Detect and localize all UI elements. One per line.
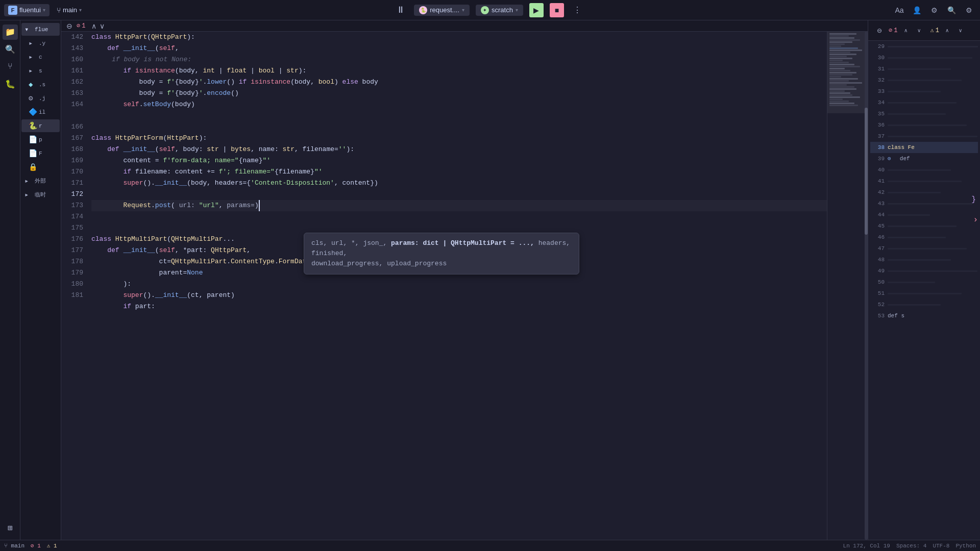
sidebar-item-project[interactable]: ▾ flue	[21, 23, 60, 36]
code-line-163: self.setBody(body)	[91, 99, 827, 110]
sidebar-item-c[interactable]: ▸ c	[21, 51, 60, 63]
right-line-31: 31	[870, 63, 978, 74]
collapse-all-button[interactable]: ⊖	[65, 22, 74, 30]
code-line-161: body = f'{body}'.lower() if isinstance(b…	[91, 77, 827, 88]
activity-bar: 📁 🔍 ⑂ 🐛 ⊞	[0, 20, 20, 540]
status-warnings: ⚠ 1	[47, 542, 57, 549]
gear-button[interactable]: ⚙	[962, 3, 976, 17]
sidebar-item-s[interactable]: ▸ s	[21, 64, 60, 77]
sidebar-label-y: .y	[39, 40, 45, 46]
right-line-30: 30	[870, 52, 978, 63]
branch-name: main	[63, 6, 77, 14]
right-error-bar: ⊘ 1 ∧ ∨ ⚠ 1 ∧ ∨	[889, 26, 966, 36]
stop-button[interactable]: ■	[550, 3, 564, 17]
line-num-179: 179	[61, 267, 83, 279]
folder-y-icon: ▸	[29, 39, 37, 47]
right-warning-next-button[interactable]: ∨	[955, 26, 966, 36]
lock-icon: 🔒	[29, 163, 37, 171]
more-button[interactable]: ⋮	[570, 3, 584, 17]
error-badge: ⊘ 1	[77, 22, 85, 30]
status-indent: Spaces: 4	[896, 543, 926, 549]
run-config-button[interactable]: 🐍 request.... ▾	[414, 5, 470, 16]
right-line-42: 42	[870, 187, 978, 198]
tooltip-line1: cls, url, *, json_, params: dict | QHttp…	[311, 238, 572, 259]
code-content[interactable]: class HttpPart(QHttpPart): def __init__(…	[89, 32, 827, 540]
scratch-button[interactable]: ✦ scratch ▾	[476, 5, 523, 16]
run-button[interactable]: ▶	[529, 3, 544, 17]
line-num-174: 174	[61, 211, 83, 222]
line-num-176: 176	[61, 234, 83, 245]
right-warning-count: 1	[936, 27, 939, 34]
minimap-scrollbar[interactable]	[865, 32, 868, 540]
line-num-142: 142	[61, 32, 83, 43]
run-config-chevron-icon: ▾	[462, 7, 464, 13]
profile-button[interactable]: 👤	[910, 3, 924, 17]
activity-git-icon[interactable]: ⑂	[3, 59, 18, 74]
file-f-icon: 📄	[29, 149, 37, 158]
right-error-prev-button[interactable]: ∧	[900, 26, 911, 36]
activity-search-icon[interactable]: 🔍	[3, 42, 18, 57]
blue-diamond-icon: 🔷	[29, 108, 37, 116]
sidebar-item-sj[interactable]: ◆ .s	[21, 78, 60, 91]
editor-area: ⊖ ⊘ 1 ∧ ∨ 142 143 160 161 162 163	[61, 20, 868, 540]
line-num-173: 173	[61, 200, 83, 211]
sidebar-label-j: .j	[39, 95, 45, 102]
minimap-scrollbar-thumb	[865, 108, 868, 235]
python-icon: 🐍	[29, 121, 37, 130]
code-line-169: if filename: content += f'; filename="{f…	[91, 166, 827, 178]
sidebar-label-r: r	[39, 123, 42, 129]
line-num-181: 181	[61, 290, 83, 301]
right-line-50: 50	[870, 277, 978, 288]
right-line-43: 43	[870, 198, 978, 209]
activity-debug-icon[interactable]: 🐛	[3, 77, 18, 92]
right-line-38: 38 class Fe	[870, 142, 978, 153]
sidebar-item-r[interactable]: 🐍 r	[21, 119, 60, 132]
sidebar-item-f[interactable]: 📄 F	[21, 147, 60, 160]
sidebar-item-temp[interactable]: ▸ 临时	[21, 188, 60, 201]
right-warning-prev-button[interactable]: ∧	[942, 26, 952, 36]
right-error-badge: ⊘ 1	[889, 27, 897, 34]
line-num-168: 168	[61, 144, 83, 155]
sidebar-item-p[interactable]: 📄 p	[21, 133, 60, 146]
activity-extensions-icon[interactable]: ⊞	[3, 520, 18, 536]
code-line-body-none: if body is not None:	[91, 54, 827, 65]
branch-icon: ⑂	[57, 6, 61, 14]
right-panel-collapse-icon[interactable]: ⊖	[872, 23, 887, 38]
code-line-174	[91, 222, 827, 234]
sidebar-label-sj: .s	[39, 82, 45, 88]
project-button[interactable]: F fluentui ▾	[4, 4, 50, 16]
sidebar-item-lock[interactable]: 🔒	[21, 161, 60, 173]
status-lang: Python	[955, 543, 976, 549]
right-bracket: }	[972, 194, 976, 205]
sidebar-item-external[interactable]: ▸ 外部	[21, 174, 60, 187]
line-num-172: 172	[61, 189, 83, 200]
activity-explorer-icon[interactable]: 📁	[3, 24, 18, 40]
top-bar: F fluentui ▾ ⑂ main ▾ ⏸ 🐍 request.... ▾ …	[0, 0, 980, 20]
error-prev-button[interactable]: ∧	[90, 22, 97, 30]
pause-button[interactable]: ⏸	[394, 3, 408, 17]
right-line-48: 48	[870, 254, 978, 265]
error-next-button[interactable]: ∨	[99, 22, 106, 30]
line-num-169: 169	[61, 155, 83, 166]
settings-button[interactable]: ⚙	[927, 3, 941, 17]
right-error-next-button[interactable]: ∨	[914, 26, 924, 36]
sidebar-item-j[interactable]: ⚙ .j	[21, 92, 60, 105]
translate-button[interactable]: Aa	[892, 3, 906, 17]
line-num-175: 175	[61, 222, 83, 234]
search-button[interactable]: 🔍	[944, 3, 959, 17]
code-line-166: class HttpPartForm(HttpPart):	[91, 133, 827, 144]
project-chevron-icon: ▾	[43, 7, 45, 13]
sidebar-item-y[interactable]: ▸ .y	[21, 37, 60, 49]
line-num-163: 163	[61, 88, 83, 99]
error-nav: ∧ ∨	[90, 22, 106, 30]
external-icon: ▸	[24, 177, 33, 185]
line-num-161: 161	[61, 65, 83, 77]
code-line-143: def __init__(self,	[91, 43, 827, 54]
sidebar-item-il[interactable]: 🔷 il	[21, 106, 60, 118]
right-warning-icon: ⚠	[930, 27, 934, 34]
right-panel-top: ⊖ ⊘ 1 ∧ ∨ ⚠ 1 ∧ ∨	[868, 20, 980, 41]
branch-button[interactable]: ⑂ main ▾	[53, 5, 86, 16]
line-num-180: 180	[61, 279, 83, 290]
right-line-33: 33	[870, 86, 978, 97]
minimap[interactable]	[827, 32, 868, 540]
